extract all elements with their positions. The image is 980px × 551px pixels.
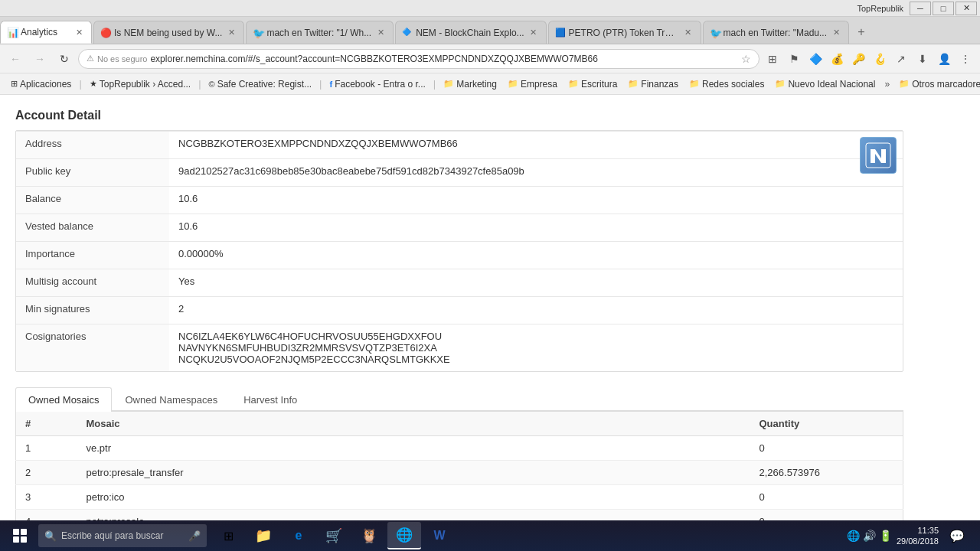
- bookmark-ideal-label: Nuevo Ideal Nacional: [788, 79, 875, 90]
- col-mosaic-header: Mosaic: [77, 412, 750, 436]
- tab-nem-twitter1[interactable]: 🔴 Is NEM being used by W... ✕: [93, 21, 244, 44]
- extensions-icon[interactable]: ⊞: [763, 49, 782, 69]
- navigation-bar: ← → ↻ ⚠ No es seguro explorer.nemchina.c…: [0, 44, 980, 73]
- tab-nem-explorer[interactable]: 🔷 NEM - BlockChain Explo... ✕: [395, 21, 546, 44]
- tray-notification-button[interactable]: 💬: [943, 522, 971, 549]
- bookmark-empresa[interactable]: 📁 Empresa: [503, 77, 562, 91]
- tray-network-icon[interactable]: 🌐: [847, 530, 860, 542]
- tab-petro-token[interactable]: 🟦 PETRO (PTR) Token Trac... ✕: [548, 21, 701, 44]
- mosaic-table: # Mosaic Quantity 1 ve.ptr 0 2 petro:pre…: [15, 412, 903, 520]
- safecreative-icon: ©: [209, 80, 215, 89]
- windows-logo-icon: [13, 529, 27, 543]
- maximize-button[interactable]: □: [933, 2, 954, 15]
- mosaic-num-1: 2: [16, 461, 77, 485]
- tray-speaker-icon[interactable]: 🔊: [863, 530, 876, 542]
- mosaic-qty-3: 0: [750, 510, 903, 521]
- finanzas-folder-icon: 📁: [628, 79, 639, 89]
- tab-mach-twitter1-close[interactable]: ✕: [374, 27, 387, 39]
- tab-mach-twitter1[interactable]: 🐦 mach en Twitter: "1/ Wh... ✕: [246, 21, 394, 44]
- forward-button[interactable]: →: [29, 48, 51, 70]
- nem-icon[interactable]: 🔷: [805, 49, 825, 69]
- tab-analytics-label: Analytics: [21, 27, 70, 37]
- taskbar-word[interactable]: W: [423, 522, 456, 549]
- tray-battery-icon[interactable]: 🔋: [879, 530, 892, 542]
- url-text[interactable]: explorer.nemchina.com/#/s_account?accoun…: [150, 54, 738, 64]
- tab-mach-twitter1-label: mach en Twitter: "1/ Wh...: [266, 28, 371, 38]
- bookmark-apps[interactable]: ⊞ Aplicaciones: [6, 77, 76, 91]
- bookmark-facebook[interactable]: f Facebook - Entra o r...: [325, 77, 430, 91]
- bookmark-safecreative[interactable]: © Safe Creative: Regist...: [204, 77, 317, 91]
- notification-icon: 💬: [949, 529, 965, 543]
- new-tab-button[interactable]: +: [851, 21, 872, 44]
- bookmark-marketing[interactable]: 📁 Marketing: [439, 77, 501, 91]
- tab-mach-twitter2-close[interactable]: ✕: [830, 27, 842, 39]
- person-icon[interactable]: 👤: [934, 49, 954, 69]
- tray-system-icons: 🌐 🔊 🔋: [847, 530, 892, 542]
- tab-petro-token-label: PETRO (PTR) Token Trac...: [569, 28, 679, 38]
- bookmark-finanzas[interactable]: 📁 Finanzas: [623, 77, 683, 91]
- tab-analytics-close[interactable]: ✕: [73, 26, 85, 38]
- taskbar-tripadvisor[interactable]: 🦉: [352, 522, 386, 549]
- bookmark-finanzas-label: Finanzas: [641, 79, 678, 90]
- taskbar-search-bar[interactable]: 🔍 Escribe aquí para buscar 🎤: [38, 524, 207, 547]
- minimize-button[interactable]: ─: [910, 2, 931, 15]
- tab-harvest-info[interactable]: Harvest Info: [230, 387, 310, 412]
- mosaic-name-0: ve.ptr: [77, 436, 750, 461]
- back-button[interactable]: ←: [5, 48, 26, 70]
- taskbar-chrome[interactable]: 🌐: [387, 522, 421, 549]
- chrome-flag-icon[interactable]: ⚑: [784, 49, 804, 69]
- taskbar-task-view[interactable]: ⊞: [211, 522, 245, 549]
- word-icon: W: [433, 529, 445, 543]
- address-row: Address NCGBBZKOTERO3EXMPPCNDNDXZQQJXBEM…: [16, 131, 903, 158]
- facebook-icon: f: [329, 80, 332, 89]
- vested-balance-value: 10.6: [169, 214, 903, 241]
- page-content: Account Detail Address NCGBBZKOTERO3EXMP…: [0, 95, 980, 520]
- sep1: |: [79, 78, 81, 90]
- lastpass-icon[interactable]: 🔑: [848, 49, 868, 69]
- tripadvisor-icon: 🦉: [361, 527, 377, 544]
- tab-mach-twitter2[interactable]: 🐦 mach en Twitter: "Madu... ✕: [703, 21, 849, 44]
- address-bar[interactable]: ⚠ No es seguro explorer.nemchina.com/#/s…: [78, 49, 760, 69]
- tab-analytics[interactable]: 📊 Analytics ✕: [0, 21, 92, 44]
- escritura-folder-icon: 📁: [568, 79, 579, 89]
- bookmarks-more[interactable]: »: [881, 77, 893, 91]
- taskbar-edge[interactable]: e: [282, 522, 315, 549]
- vested-balance-label: Vested balance: [16, 214, 169, 241]
- refresh-button[interactable]: ↻: [54, 48, 75, 70]
- bookmark-redes-label: Redes sociales: [702, 79, 764, 90]
- tab-owned-mosaics[interactable]: Owned Mosaics: [15, 387, 112, 412]
- wallet-icon[interactable]: 💰: [827, 49, 847, 69]
- ideal-folder-icon: 📁: [775, 79, 786, 89]
- tray-clock[interactable]: 11:35 29/08/2018: [897, 525, 939, 547]
- multisig-value: Yes: [169, 269, 903, 296]
- marketing-folder-icon: 📁: [443, 79, 454, 89]
- tab-petro-token-favicon: 🟦: [555, 28, 566, 38]
- bookmark-toprepublik[interactable]: ★ TopRepublik › Acced...: [85, 77, 195, 91]
- tab-owned-namespaces[interactable]: Owned Namespaces: [112, 387, 230, 412]
- tab-petro-token-close[interactable]: ✕: [682, 27, 694, 39]
- cosignatories-label: Cosignatories: [16, 324, 169, 371]
- mosaic-qty-1: 2,266.573976: [750, 461, 903, 485]
- tab-nem-explorer-close[interactable]: ✕: [528, 27, 540, 39]
- account-detail-heading: Account Detail: [15, 103, 903, 130]
- mosaic-qty-0: 0: [750, 436, 903, 461]
- bookmark-escritura[interactable]: 📁 Escritura: [564, 77, 622, 91]
- bookmark-star-icon[interactable]: ☆: [741, 53, 751, 65]
- bookmark-redes[interactable]: 📁 Redes sociales: [684, 77, 769, 91]
- bookmark-otros[interactable]: 📁 Otros marcadores: [894, 77, 980, 91]
- hook-icon[interactable]: 🪝: [870, 49, 890, 69]
- close-button[interactable]: ✕: [956, 2, 977, 15]
- bookmark-ideal[interactable]: 📁 Nuevo Ideal Nacional: [770, 77, 880, 91]
- taskbar-amazon[interactable]: 🛒: [317, 522, 351, 549]
- menu-icon[interactable]: ⋮: [956, 49, 975, 69]
- start-button[interactable]: [3, 522, 37, 549]
- taskbar: 🔍 Escribe aquí para buscar 🎤 ⊞ 📁 e 🛒 🦉 🌐…: [0, 520, 980, 551]
- arrow-icon[interactable]: ↗: [891, 49, 911, 69]
- mosaic-name-2: petro:ico: [77, 485, 750, 510]
- tray-time-text: 11:35: [917, 525, 939, 536]
- tab-nem-twitter1-close[interactable]: ✕: [225, 27, 237, 39]
- tabs-section: Owned Mosaics Owned Namespaces Harvest I…: [15, 387, 903, 520]
- analytics-favicon: 📊: [7, 27, 18, 37]
- download-icon[interactable]: ⬇: [913, 49, 933, 69]
- taskbar-file-explorer[interactable]: 📁: [247, 522, 280, 549]
